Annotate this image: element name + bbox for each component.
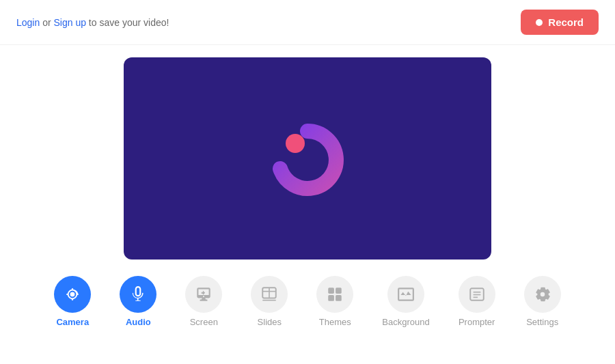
svg-point-0	[286, 134, 305, 153]
svg-rect-8	[329, 295, 335, 301]
themes-label: Themes	[319, 317, 351, 327]
microphone-icon	[129, 285, 147, 303]
screen-icon	[195, 285, 213, 303]
record-button[interactable]: Record	[521, 10, 599, 35]
record-label: Record	[548, 16, 584, 28]
themes-icon-wrap	[316, 276, 353, 313]
background-icon	[397, 285, 415, 303]
audio-label: Audio	[126, 317, 151, 327]
prompter-icon	[468, 285, 486, 303]
camera-label: Camera	[56, 317, 89, 327]
background-label: Background	[382, 317, 429, 327]
toolbar-screen[interactable]: Screen	[185, 276, 222, 327]
record-dot-icon	[536, 19, 543, 26]
header: Login or Sign up to save your video! Rec…	[0, 0, 615, 45]
video-container	[0, 45, 615, 269]
background-icon-wrap	[387, 276, 424, 313]
screen-label: Screen	[190, 317, 218, 327]
toolbar-slides[interactable]: Slides	[251, 276, 288, 327]
prompter-icon-wrap	[459, 276, 495, 313]
settings-label: Settings	[526, 317, 558, 327]
screen-icon-wrap	[185, 276, 222, 313]
toolbar-settings[interactable]: Settings	[524, 276, 561, 327]
slides-icon	[260, 285, 278, 303]
audio-icon-wrap	[120, 276, 156, 313]
prompter-label: Prompter	[459, 317, 495, 327]
video-preview	[124, 57, 491, 260]
gear-icon	[534, 285, 551, 303]
slides-icon-wrap	[251, 276, 288, 313]
toolbar: Camera Audio Screen Sli	[0, 269, 615, 327]
camera-icon	[64, 285, 81, 303]
signup-link[interactable]: Sign up	[54, 17, 86, 28]
svg-rect-6	[329, 288, 335, 294]
toolbar-prompter[interactable]: Prompter	[459, 276, 495, 327]
camera-icon-wrap	[54, 276, 91, 313]
toolbar-themes[interactable]: Themes	[316, 276, 353, 327]
svg-rect-7	[336, 288, 342, 294]
themes-icon	[326, 285, 344, 303]
toolbar-audio[interactable]: Audio	[120, 276, 156, 327]
login-link[interactable]: Login	[16, 17, 40, 28]
toolbar-background[interactable]: Background	[382, 276, 429, 327]
svg-rect-9	[336, 295, 342, 301]
brand-logo	[266, 117, 348, 199]
slides-label: Slides	[258, 317, 282, 327]
toolbar-camera[interactable]: Camera	[54, 276, 91, 327]
header-text: Login or Sign up to save your video!	[16, 17, 169, 28]
settings-icon-wrap	[524, 276, 561, 313]
svg-point-1	[70, 292, 75, 297]
